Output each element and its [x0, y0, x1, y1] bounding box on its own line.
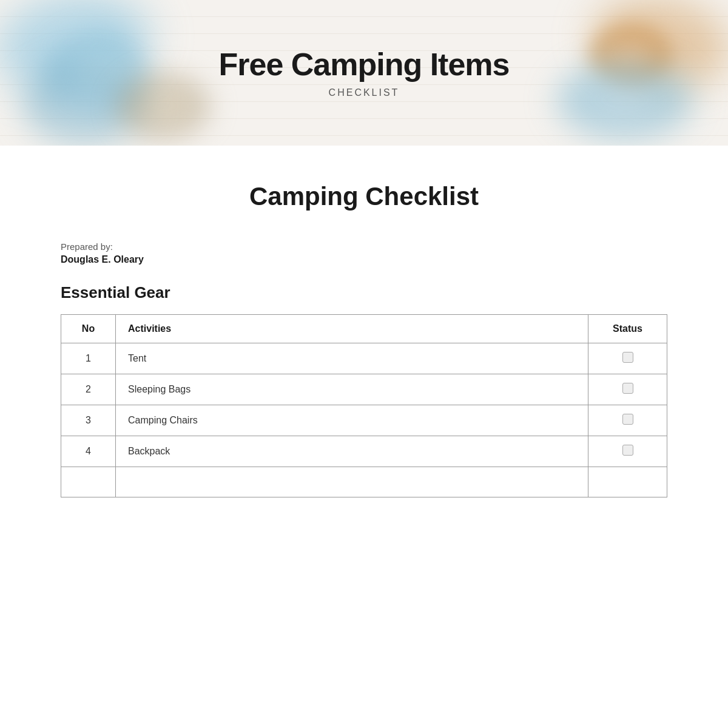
header-banner: Free Camping Items CHECKLIST [0, 0, 728, 146]
row-no-cell: 2 [61, 374, 116, 405]
empty-status-cell [588, 467, 667, 497]
col-status-header: Status [588, 315, 667, 343]
prepared-name: Douglas E. Oleary [61, 254, 667, 265]
table-row: 2 Sleeping Bags [61, 374, 667, 405]
row-status-cell[interactable] [588, 374, 667, 405]
row-no-cell: 1 [61, 343, 116, 374]
row-activity-cell: Camping Chairs [116, 405, 588, 436]
main-content: Camping Checklist Prepared by: Douglas E… [0, 146, 728, 534]
row-no-cell: 4 [61, 436, 116, 467]
row-status-cell[interactable] [588, 343, 667, 374]
status-checkbox[interactable] [622, 414, 633, 425]
status-checkbox[interactable] [622, 383, 633, 394]
row-status-cell[interactable] [588, 405, 667, 436]
empty-activity-cell [116, 467, 588, 497]
table-row [61, 467, 667, 497]
row-activity-cell: Tent [116, 343, 588, 374]
prepared-section: Prepared by: Douglas E. Oleary [61, 241, 667, 265]
table-row: 4 Backpack [61, 436, 667, 467]
table-row: 3 Camping Chairs [61, 405, 667, 436]
col-activities-header: Activities [116, 315, 588, 343]
table-header-row: No Activities Status [61, 315, 667, 343]
row-status-cell[interactable] [588, 436, 667, 467]
col-no-header: No [61, 315, 116, 343]
prepared-label: Prepared by: [61, 241, 667, 252]
header-subtitle: CHECKLIST [329, 87, 400, 98]
checklist-table: No Activities Status 1 Tent 2 Sleeping B… [61, 314, 667, 497]
section-heading: Essential Gear [61, 283, 667, 302]
row-activity-cell: Backpack [116, 436, 588, 467]
row-no-cell: 3 [61, 405, 116, 436]
page-title: Camping Checklist [61, 182, 667, 211]
header-title: Free Camping Items [218, 47, 509, 82]
table-row: 1 Tent [61, 343, 667, 374]
status-checkbox[interactable] [622, 352, 633, 363]
watercolor-blob-blue-bottomright [546, 55, 704, 146]
empty-no-cell [61, 467, 116, 497]
status-checkbox[interactable] [622, 445, 633, 456]
row-activity-cell: Sleeping Bags [116, 374, 588, 405]
